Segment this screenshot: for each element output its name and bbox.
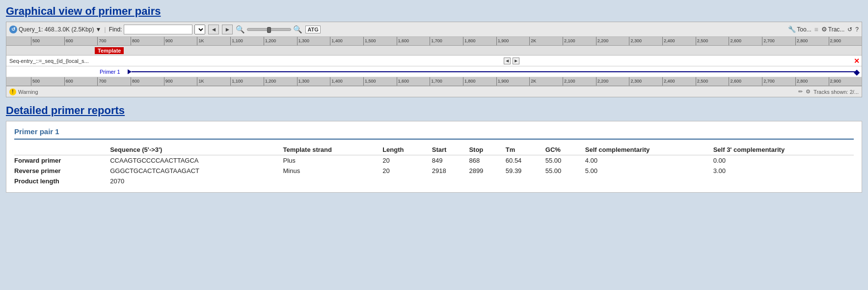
ruler-mark: 1,300 [297, 37, 330, 45]
ruler-mark: 2,600 [729, 77, 762, 86]
help-icon: ? [855, 26, 859, 33]
ruler-mark: 1,700 [430, 37, 463, 45]
reverse-primer-length: 20 [382, 166, 432, 176]
forward-primer-label: Forward primer [14, 155, 110, 166]
col-header-length: Length [382, 145, 432, 155]
ruler-mark: 2K [529, 77, 563, 86]
forward-primer-tm: 60.54 [506, 155, 545, 166]
settings-icon[interactable]: ⚙ [806, 88, 811, 95]
seq-nav-right[interactable]: ► [513, 58, 519, 64]
warning-text: Warning [18, 89, 38, 95]
ruler-mark: 1,400 [330, 37, 363, 45]
primer-line [132, 71, 858, 72]
ruler-mark: 700 [97, 77, 131, 86]
toolbar-sep2: ≡ [814, 26, 818, 33]
ruler-mark: 600 [64, 37, 98, 45]
ruler-mark: 700 [97, 37, 131, 45]
ruler-mark: 1,900 [496, 37, 530, 45]
forward-primer-stop: 868 [469, 155, 505, 166]
ruler-mark: 1,400 [330, 77, 363, 86]
pencil-icon: ✏ [798, 88, 803, 95]
find-control: Find: [109, 25, 206, 34]
reverse-primer-tm: 59.39 [506, 166, 545, 176]
ruler-mark: 1,900 [496, 77, 530, 86]
seq-entry-text: Seq-entry_::=_seq_{id_{local_s... [6, 58, 89, 64]
zoom-thumb[interactable] [267, 27, 271, 33]
query-label: Query_1: 468..3.0K (2.5Kbp) [19, 26, 94, 33]
product-length-row: Product length 2070 [14, 176, 854, 186]
ruler-mark: 2,200 [596, 77, 629, 86]
forward-primer-selfcomp: 4.00 [585, 155, 713, 166]
ruler-mark: 600 [64, 77, 98, 86]
nav-forward-button[interactable]: ► [222, 25, 233, 34]
product-length-value: 2070 [110, 176, 283, 186]
col-header-sequence: Sequence (5'->3') [110, 145, 283, 155]
query-dropdown-arrow[interactable]: ▼ [95, 26, 101, 33]
find-dropdown[interactable] [194, 25, 205, 34]
warning-icon: ! [9, 88, 16, 95]
forward-primer-start: 849 [432, 155, 469, 166]
ruler-mark: 500 [31, 37, 64, 45]
graphical-section: Graphical view of primer pairs ↺ Query_1… [6, 5, 862, 97]
reverse-primer-label: Reverse primer [14, 166, 110, 176]
tracks-label: Trac... [828, 26, 845, 33]
ruler-mark: 900 [164, 77, 197, 86]
atg-button[interactable]: ATG [305, 26, 320, 33]
ruler-mark: 1,600 [397, 37, 430, 45]
ruler-mark: 2,500 [696, 37, 729, 45]
primer-pair-card: Primer pair 1 Sequence (5'->3') Template… [6, 121, 862, 193]
query-icon: ↺ [9, 26, 17, 33]
ruler-mark: 1,100 [230, 37, 264, 45]
zoom-slider[interactable] [247, 28, 291, 31]
col-header-tm: Tm [506, 145, 545, 155]
ruler-mark: 2,800 [795, 37, 829, 45]
template-label: Template [95, 47, 124, 54]
zoom-out-icon[interactable]: 🔍 [293, 25, 302, 34]
refresh-button[interactable]: ↺ [847, 26, 852, 33]
seq-nav-controls: ◄ ► [504, 58, 519, 64]
ruler-mark: 2,300 [629, 77, 662, 86]
ruler-mark: 1,200 [264, 77, 297, 86]
ruler-mark: 1K [197, 37, 230, 45]
reverse-primer-sequence: GGGCTGCACTCAGTAAGACT [110, 166, 283, 176]
ruler-mark: 2,800 [795, 77, 829, 86]
close-seq-button[interactable]: ✕ [854, 57, 860, 65]
ruler-mark: 1,200 [264, 37, 297, 45]
nav-back-button[interactable]: ◄ [208, 25, 219, 34]
ruler-mark: 1,500 [363, 77, 397, 86]
forward-primer-length: 20 [382, 155, 432, 166]
status-bar: ! Warning ✏ ⚙ Tracks shown: 2/... [6, 86, 862, 97]
lower-ruler: 5006007008009001K1,1001,2001,3001,4001,5… [6, 77, 862, 86]
reverse-primer-row: Reverse primer GGGCTGCACTCAGTAAGACT Minu… [14, 166, 854, 176]
tracks-button[interactable]: ⚙ Trac... [821, 26, 845, 33]
reverse-primer-strand: Minus [283, 166, 383, 176]
ruler-mark: 2K [529, 37, 563, 45]
ruler-mark: 1,800 [463, 77, 496, 86]
ruler-mark: 800 [131, 37, 164, 45]
primer-track: Primer 1 ◆ [6, 66, 862, 77]
forward-primer-sequence: CCAAGTGCCCCAACTTAGCA [110, 155, 283, 166]
col-header-self3comp: Self 3' complementarity [713, 145, 854, 155]
ruler-mark: 1,300 [297, 77, 330, 86]
forward-primer-gc: 55.00 [545, 155, 585, 166]
col-header-strand: Template strand [283, 145, 383, 155]
status-right: ✏ ⚙ Tracks shown: 2/... [798, 88, 859, 95]
primer-table: Sequence (5'->3') Template strand Length… [14, 145, 854, 186]
page-container: Graphical view of primer pairs ↺ Query_1… [0, 0, 868, 290]
reverse-primer-selfcomp: 5.00 [585, 166, 713, 176]
query-selector[interactable]: ↺ Query_1: 468..3.0K (2.5Kbp) ▼ [9, 26, 101, 33]
tracks-shown-text: Tracks shown: 2/... [814, 89, 859, 95]
zoom-in-icon[interactable]: 🔍 [236, 25, 245, 34]
seq-nav-left[interactable]: ◄ [504, 58, 511, 64]
find-input[interactable] [124, 25, 192, 34]
primer-pair-title: Primer pair 1 [14, 127, 854, 140]
help-button[interactable]: ? [855, 26, 859, 33]
ruler-mark: 1,800 [463, 37, 496, 45]
reverse-primer-start: 2918 [432, 166, 469, 176]
sep1: | [104, 26, 106, 33]
ruler-mark: 2,700 [762, 77, 795, 86]
wrench-icon: 🔧 [788, 26, 796, 33]
tools-button[interactable]: 🔧 Too... [788, 26, 811, 33]
ruler-mark: 900 [164, 37, 197, 45]
forward-primer-row: Forward primer CCAAGTGCCCCAACTTAGCA Plus… [14, 155, 854, 166]
